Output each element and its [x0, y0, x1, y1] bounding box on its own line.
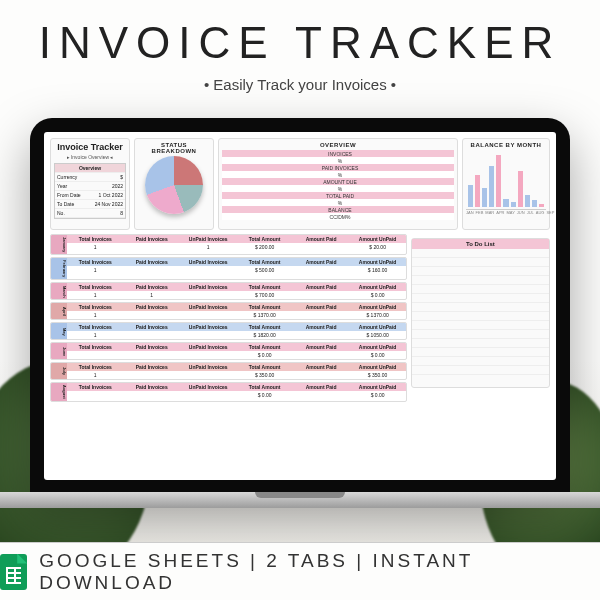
todo-title: To Do List [412, 239, 549, 249]
todo-panel: To Do List [411, 238, 550, 388]
bar [489, 166, 494, 207]
bar-label: JAN [466, 210, 474, 215]
footer-banner: GOOGLE SHEETS | 2 TABS | INSTANT DOWNLOA… [0, 542, 600, 600]
month-tab[interactable]: February [51, 258, 67, 279]
overview-row: Currency$ [55, 173, 125, 182]
month-tab[interactable]: June [51, 343, 67, 359]
month-tab[interactable]: August [51, 383, 67, 401]
dashboard-body: January Total InvoicesPaid InvoicesUnPai… [50, 234, 550, 404]
month-values: 1$ 500.00$ 160.00 [67, 266, 406, 274]
todo-row[interactable] [412, 249, 549, 258]
overview-panel: OVERVIEW INVOICES%PAID INVOICES%AMOUNT D… [218, 138, 458, 230]
product-mockup: INVOICE TRACKER • Easily Track your Invo… [0, 0, 600, 600]
todo-row[interactable] [412, 357, 549, 366]
month-tab[interactable]: July [51, 363, 67, 379]
todo-row[interactable] [412, 366, 549, 375]
bar-labels: JANFEBMARAPRMAYJUNJULAUGSEPOCTDEC [466, 210, 546, 215]
todo-row[interactable] [412, 339, 549, 348]
bar-label: APR [496, 210, 504, 215]
bar-label: JUL [527, 210, 534, 215]
overview-item: % [226, 200, 454, 206]
bar [475, 175, 480, 207]
month-values: 1$ 1370.00$ 1370.00 [67, 311, 406, 319]
month-headers: Total InvoicesPaid InvoicesUnPaid Invoic… [67, 363, 406, 371]
bar [525, 195, 530, 207]
month-row-february: February Total InvoicesPaid InvoicesUnPa… [50, 257, 407, 280]
month-tab[interactable]: March [51, 283, 67, 299]
overview-link[interactable]: ▸ Invoice Overview ◂ [54, 154, 126, 160]
laptop-bezel: Invoice Tracker ▸ Invoice Overview ◂ Ove… [30, 118, 570, 498]
tracker-info-panel: Invoice Tracker ▸ Invoice Overview ◂ Ove… [50, 138, 130, 230]
bar [468, 185, 473, 207]
bar-label: JUN [517, 210, 525, 215]
month-values: 11$ 700.00$ 0.00 [67, 291, 406, 299]
month-row-january: January Total InvoicesPaid InvoicesUnPai… [50, 234, 407, 255]
month-values: 1$ 350.00$ 350.00 [67, 371, 406, 379]
overview-item: CC/DM% [226, 214, 454, 220]
overview-row: Year2022 [55, 182, 125, 191]
todo-row[interactable] [412, 321, 549, 330]
month-values: $ 0.00$ 0.00 [67, 351, 406, 359]
month-headers: Total InvoicesPaid InvoicesUnPaid Invoic… [67, 283, 406, 291]
month-row-august: August Total InvoicesPaid InvoicesUnPaid… [50, 382, 407, 402]
todo-row[interactable] [412, 348, 549, 357]
month-row-june: June Total InvoicesPaid InvoicesUnPaid I… [50, 342, 407, 360]
balance-title: BALANCE BY MONTH [466, 142, 546, 148]
todo-row[interactable] [412, 294, 549, 303]
month-headers: Total InvoicesPaid InvoicesUnPaid Invoic… [67, 235, 406, 243]
month-tab[interactable]: January [51, 235, 67, 254]
spreadsheet-screen: Invoice Tracker ▸ Invoice Overview ◂ Ove… [44, 132, 556, 480]
tracker-heading: Invoice Tracker [54, 142, 126, 152]
footer-text: GOOGLE SHEETS | 2 TABS | INSTANT DOWNLOA… [39, 550, 600, 594]
month-row-may: May Total InvoicesPaid InvoicesUnPaid In… [50, 322, 407, 340]
balance-panel: BALANCE BY MONTH JANFEBMARAPRMAYJUNJULAU… [462, 138, 550, 230]
month-tab[interactable]: May [51, 323, 67, 339]
laptop-base [0, 492, 600, 508]
pie-chart [145, 156, 203, 214]
bar [503, 199, 508, 207]
month-values: 11$ 200.00$ 20.00 [67, 243, 406, 251]
month-tab[interactable]: April [51, 303, 67, 319]
overview-item: BALANCE [226, 207, 454, 213]
bar [482, 188, 487, 207]
todo-row[interactable] [412, 285, 549, 294]
todo-row[interactable] [412, 303, 549, 312]
product-title: INVOICE TRACKER [0, 18, 600, 68]
bar-label: SEP [546, 210, 554, 215]
months-column: January Total InvoicesPaid InvoicesUnPai… [50, 234, 407, 404]
month-row-july: July Total InvoicesPaid InvoicesUnPaid I… [50, 362, 407, 380]
overview-stripes: INVOICES%PAID INVOICES%AMOUNT DUE%TOTAL … [222, 150, 454, 220]
laptop-mockup: Invoice Tracker ▸ Invoice Overview ◂ Ove… [0, 118, 600, 548]
status-panel: STATUS BREAKDOWN [134, 138, 214, 230]
month-headers: Total InvoicesPaid InvoicesUnPaid Invoic… [67, 258, 406, 266]
overview-item: TOTAL PAID [226, 193, 454, 199]
bar-label: AUG [536, 210, 545, 215]
bar-chart [466, 150, 546, 210]
overview-item: PAID INVOICES [226, 165, 454, 171]
bar [496, 155, 501, 207]
bar-label: MAY [506, 210, 514, 215]
overview-row: No.8 [55, 209, 125, 218]
todo-row[interactable] [412, 276, 549, 285]
overview-row: From Date1 Oct 2022 [55, 191, 125, 200]
title-banner: INVOICE TRACKER • Easily Track your Invo… [0, 0, 600, 130]
month-headers: Total InvoicesPaid InvoicesUnPaid Invoic… [67, 303, 406, 311]
todo-row[interactable] [412, 258, 549, 267]
bar [518, 171, 523, 207]
month-row-april: April Total InvoicesPaid InvoicesUnPaid … [50, 302, 407, 320]
status-title: STATUS BREAKDOWN [138, 142, 210, 154]
todo-row[interactable] [412, 330, 549, 339]
overview-item: INVOICES [226, 151, 454, 157]
overview-header: Overview [55, 164, 125, 173]
overview-item: % [226, 172, 454, 178]
product-subtitle: • Easily Track your Invoices • [0, 76, 600, 93]
google-sheets-icon [0, 554, 27, 590]
dashboard-top-row: Invoice Tracker ▸ Invoice Overview ◂ Ove… [50, 138, 550, 230]
bar [511, 202, 516, 208]
month-headers: Total InvoicesPaid InvoicesUnPaid Invoic… [67, 343, 406, 351]
overview-item: % [226, 186, 454, 192]
todo-row[interactable] [412, 312, 549, 321]
bar-label: MAR [485, 210, 494, 215]
overview-grid: Overview Currency$Year2022From Date1 Oct… [54, 163, 126, 219]
todo-row[interactable] [412, 267, 549, 276]
